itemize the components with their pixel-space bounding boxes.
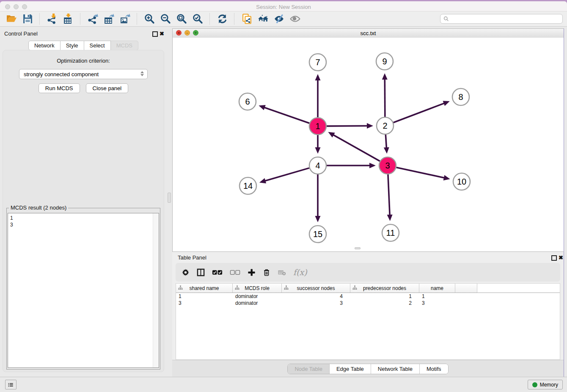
tab-select[interactable]: Select: [84, 41, 111, 50]
network-canvas[interactable]: 7968124314101511: [173, 38, 564, 251]
cell-name[interactable]: 1: [419, 293, 455, 300]
network-view-window: ✕ – + scc.txt 7968124314101511: [172, 28, 564, 252]
delete-table-icon[interactable]: [278, 268, 286, 277]
node-label-1: 1: [315, 121, 320, 131]
edge-2-9[interactable]: [385, 79, 385, 117]
table-panel-title: Table Panel: [178, 254, 206, 261]
cell-predecessor-nodes[interactable]: 2: [350, 300, 419, 306]
cell-name[interactable]: 3: [419, 300, 455, 306]
select-all-icon[interactable]: [212, 268, 223, 277]
memory-button[interactable]: Memory: [528, 380, 563, 389]
first-neighbors-icon[interactable]: [257, 14, 268, 25]
tab-network[interactable]: Network: [28, 41, 61, 50]
column-header-successor-nodes[interactable]: successor nodes: [282, 284, 350, 293]
trash-icon[interactable]: [263, 268, 270, 277]
cell-MCDS-role[interactable]: dominator: [233, 300, 282, 306]
float-table-panel-icon[interactable]: [551, 255, 557, 261]
column-header-shared-name[interactable]: shared name: [176, 284, 233, 293]
column-header-name[interactable]: name: [419, 284, 455, 293]
column-label: predecessor nodes: [363, 285, 406, 291]
status-bar: Memory: [0, 377, 567, 392]
tab-network-table[interactable]: Network Table: [371, 364, 419, 374]
control-panel: Control Panel ✖ NetworkStyleSelectMCDS O…: [0, 27, 167, 377]
column-header-spare: [455, 284, 477, 293]
tab-style[interactable]: Style: [61, 41, 84, 50]
edge-arrowhead-2-3: [384, 147, 389, 154]
edge-2-3[interactable]: [385, 135, 386, 148]
vertical-splitter[interactable]: [168, 193, 171, 203]
search-box[interactable]: [440, 14, 563, 24]
edge-arrowhead-1-4: [315, 147, 321, 154]
edge-3-1[interactable]: [333, 135, 380, 161]
toolbar-separator: [209, 13, 210, 25]
edge-3-10[interactable]: [396, 167, 445, 178]
mcds-result-text[interactable]: 13: [8, 213, 159, 368]
table-panel: Table Panel ✖ f(x) shared nameMCDS roles…: [172, 252, 564, 377]
edge-arrowhead-1-2: [367, 123, 373, 129]
tab-motifs[interactable]: Motifs: [419, 364, 448, 374]
cell-successor-nodes[interactable]: 3: [282, 300, 350, 306]
zoom-in-icon[interactable]: [144, 14, 155, 25]
edge-4-14[interactable]: [264, 168, 309, 181]
table-tab-strip: Node TableEdge TableNetwork TableMotifs: [172, 360, 564, 377]
edge-arrowhead-4-15: [315, 216, 321, 222]
float-panel-icon[interactable]: [152, 31, 158, 37]
network-window-titlebar[interactable]: ✕ – + scc.txt: [173, 29, 564, 38]
search-input[interactable]: [451, 15, 562, 23]
run-mcds-button[interactable]: Run MCDS: [39, 83, 80, 93]
tab-mcds[interactable]: MCDS: [111, 41, 138, 50]
close-panel-button[interactable]: Close panel: [86, 83, 129, 93]
mcds-result-group: MCDS result (2 nodes) 13: [6, 208, 160, 370]
column-label: successor nodes: [297, 285, 335, 291]
export-network-icon[interactable]: [87, 14, 98, 25]
zoom-fit-icon[interactable]: [176, 14, 187, 25]
column-header-MCDS-role[interactable]: MCDS role: [233, 284, 282, 293]
edge-2-8[interactable]: [394, 103, 445, 123]
close-panel-icon[interactable]: ✖: [160, 31, 164, 36]
tab-node-table[interactable]: Node Table: [288, 364, 329, 374]
edge-arrowhead-3-10: [443, 175, 450, 181]
export-image-icon[interactable]: [119, 14, 130, 25]
cell-shared-name[interactable]: 3: [176, 300, 233, 306]
node-label-11: 11: [386, 228, 395, 237]
zoom-out-icon[interactable]: [160, 14, 171, 25]
result-scrollbar[interactable]: [153, 213, 159, 367]
edge-1-2[interactable]: [327, 126, 368, 126]
cell-MCDS-role[interactable]: dominator: [233, 293, 282, 300]
cell-predecessor-nodes[interactable]: 1: [350, 293, 419, 300]
horizontal-splitter[interactable]: [355, 247, 361, 249]
criterion-select[interactable]: strongly connected component: [19, 69, 148, 79]
cell-shared-name[interactable]: 1: [176, 293, 233, 300]
node-label-3: 3: [385, 161, 390, 170]
table-row[interactable]: 1dominator411: [176, 293, 560, 300]
import-table-icon[interactable]: [63, 14, 74, 25]
zoom-selected-icon[interactable]: [192, 14, 203, 25]
hide-selected-icon[interactable]: [273, 14, 284, 25]
export-table-icon[interactable]: [103, 14, 114, 25]
edge-3-11[interactable]: [388, 174, 390, 215]
refresh-icon[interactable]: [217, 14, 228, 25]
tab-edge-table[interactable]: Edge Table: [329, 364, 371, 374]
gear-icon[interactable]: [182, 268, 190, 277]
mcds-panel: Optimization criterion: strongly connect…: [3, 50, 164, 372]
save-icon[interactable]: [22, 14, 33, 25]
import-network-icon[interactable]: [47, 14, 58, 25]
deselect-all-icon[interactable]: [230, 268, 240, 277]
table-toolbar: f(x): [176, 263, 560, 282]
columns-icon[interactable]: [197, 268, 205, 277]
duplicate-network-icon[interactable]: [241, 14, 252, 25]
task-history-button[interactable]: [5, 380, 17, 389]
close-table-panel-icon[interactable]: ✖: [559, 255, 563, 260]
add-icon[interactable]: [248, 268, 256, 277]
edge-1-6[interactable]: [264, 108, 309, 124]
cell-successor-nodes[interactable]: 4: [282, 293, 350, 300]
node-label-6: 6: [245, 97, 250, 106]
column-header-predecessor-nodes[interactable]: predecessor nodes: [350, 284, 419, 293]
edge-arrowhead-4-3: [369, 163, 376, 168]
show-hidden-icon[interactable]: [289, 14, 300, 25]
edge-arrowhead-1-7: [315, 74, 321, 80]
table-row[interactable]: 3dominator323: [176, 300, 560, 306]
open-folder-icon[interactable]: [6, 14, 17, 25]
node-label-15: 15: [313, 229, 322, 239]
column-label: MCDS role: [245, 285, 270, 291]
